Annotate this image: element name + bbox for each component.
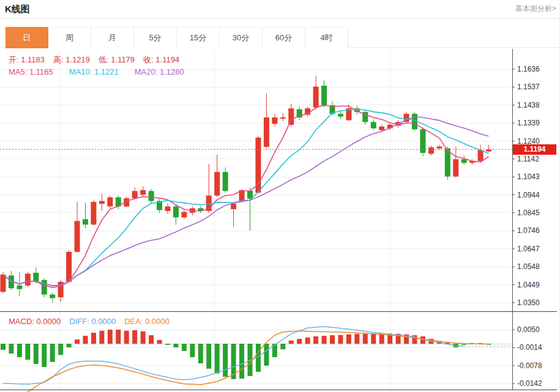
macd-hist-bar bbox=[190, 344, 195, 357]
macd-hist-bar bbox=[67, 344, 72, 347]
macd-hist-bar bbox=[99, 331, 104, 344]
candle-body bbox=[181, 212, 187, 218]
macd-hist-bar bbox=[9, 344, 13, 353]
macd-hist-bar bbox=[198, 344, 203, 363]
candle-body bbox=[25, 273, 31, 285]
candle-body bbox=[50, 295, 55, 298]
macd-hist-bar bbox=[215, 344, 220, 374]
main-axis-label: 1.0449 bbox=[517, 281, 540, 289]
main-axis-label: 1.0647 bbox=[517, 245, 540, 253]
candle-body bbox=[371, 122, 376, 128]
macd-hist-bar bbox=[289, 341, 294, 344]
main-axis-label: 1.1636 bbox=[517, 65, 540, 73]
candle-body bbox=[338, 114, 343, 116]
candle-body bbox=[173, 207, 179, 218]
candle-body bbox=[280, 117, 286, 119]
candle-body bbox=[99, 201, 105, 204]
macd-axis-label: 0.0050 bbox=[517, 325, 540, 334]
candle-body bbox=[132, 191, 138, 198]
candle-body bbox=[149, 191, 154, 201]
macd-hist-bar bbox=[346, 335, 351, 344]
macd-hist-bar bbox=[206, 344, 211, 369]
macd-hist-bar bbox=[25, 344, 30, 360]
macd-hist-bar bbox=[371, 333, 376, 344]
macd-hist-bar bbox=[108, 330, 113, 344]
macd-hist-bar bbox=[354, 334, 359, 344]
candle-body bbox=[321, 86, 327, 105]
candle-body bbox=[445, 149, 450, 177]
macd-hist-bar bbox=[91, 333, 96, 344]
macd-hist-bar bbox=[157, 340, 162, 344]
macd-axis-label: -0.0078 bbox=[517, 361, 542, 370]
macd-hist-bar bbox=[338, 335, 343, 344]
main-axis-label: 1.0548 bbox=[517, 262, 540, 271]
main-axis-label: 1.1537 bbox=[517, 83, 540, 91]
main-axis-label: 1.0350 bbox=[517, 298, 540, 307]
candle-body bbox=[313, 87, 319, 108]
main-axis-label: 1.0944 bbox=[517, 191, 540, 199]
candle-body bbox=[33, 273, 39, 282]
main-axis-label: 1.1043 bbox=[517, 172, 540, 181]
macd-hist-bar bbox=[322, 336, 327, 344]
candle-body bbox=[379, 127, 384, 130]
candle-body bbox=[140, 190, 146, 194]
ma5-line bbox=[3, 105, 489, 287]
candle-body bbox=[91, 202, 96, 224]
macd-hist-bar bbox=[1, 344, 6, 350]
macd-hist-bar bbox=[42, 344, 47, 367]
ma10-line bbox=[3, 109, 489, 286]
macd-hist-bar bbox=[116, 330, 121, 344]
macd-hist-bar bbox=[75, 339, 80, 344]
candle-body bbox=[453, 159, 458, 176]
macd-hist-bar bbox=[363, 334, 368, 344]
candle-body bbox=[66, 252, 72, 282]
main-axis-label: 1.0746 bbox=[517, 226, 540, 235]
candle-body bbox=[107, 198, 113, 207]
candle-body bbox=[231, 204, 236, 209]
candle-body bbox=[165, 207, 171, 211]
candle-body bbox=[436, 147, 442, 149]
ma20-line bbox=[3, 117, 489, 286]
candle-body bbox=[223, 172, 228, 191]
candle-body bbox=[17, 286, 22, 289]
candle-body bbox=[42, 280, 47, 295]
macd-hist-bar bbox=[239, 344, 244, 379]
candle-body bbox=[478, 150, 483, 161]
main-axis-label: 1.1142 bbox=[517, 155, 539, 163]
macd-hist-bar bbox=[330, 335, 335, 344]
macd-hist-bar bbox=[297, 339, 302, 344]
candle-body bbox=[75, 221, 80, 251]
macd-axis-label: -0.0142 bbox=[517, 379, 542, 388]
candle-body bbox=[214, 172, 220, 196]
candle-body bbox=[83, 219, 88, 224]
kline-app: K线图 基本面分析> 日周月5分15分30分60分4时 1.16361.1537… bbox=[0, 0, 560, 392]
macd-hist-bar bbox=[305, 338, 310, 344]
macd-hist-bar bbox=[313, 336, 318, 344]
main-axis-label: 1.0845 bbox=[517, 209, 540, 217]
candle-body bbox=[428, 147, 434, 153]
macd-hist-bar bbox=[58, 344, 63, 355]
macd-hist-bar bbox=[83, 336, 88, 344]
candle-body bbox=[264, 117, 269, 147]
main-axis-label: 1.1339 bbox=[517, 119, 540, 127]
candle-body bbox=[272, 117, 277, 124]
candle-body bbox=[1, 275, 6, 292]
macd-hist-bar bbox=[173, 344, 178, 347]
macd-hist-bar bbox=[50, 344, 55, 362]
macd-hist-bar bbox=[132, 330, 137, 344]
candle-body bbox=[288, 108, 294, 125]
kline-chart-canvas[interactable]: 1.16361.15371.14381.13391.12401.11421.10… bbox=[0, 0, 560, 392]
macd-hist-bar bbox=[223, 344, 228, 377]
macd-hist-bar bbox=[141, 331, 146, 344]
macd-hist-bar bbox=[182, 344, 187, 351]
macd-hist-bar bbox=[149, 335, 154, 344]
macd-hist-bar bbox=[280, 344, 285, 349]
macd-hist-bar bbox=[17, 344, 22, 357]
macd-axis-label: -0.0014 bbox=[517, 343, 542, 352]
macd-hist-bar bbox=[124, 331, 129, 344]
macd-hist-bar bbox=[165, 344, 170, 345]
macd-hist-bar bbox=[34, 344, 39, 364]
candle-body bbox=[461, 159, 467, 163]
main-axis-label: 1.1438 bbox=[517, 101, 540, 109]
current-price-badge: 1.1194 bbox=[513, 144, 556, 155]
